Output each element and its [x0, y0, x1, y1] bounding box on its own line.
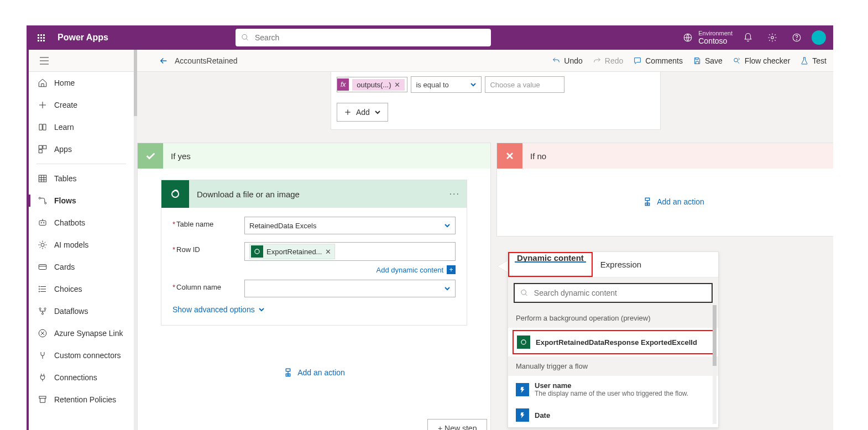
- svg-point-57: [521, 340, 526, 344]
- row-id-input[interactable]: ExportRetained... ✕: [244, 242, 456, 261]
- sidebar-item-custom-connectors[interactable]: Custom connectors: [29, 344, 134, 366]
- dynamic-content-search-input[interactable]: [534, 289, 706, 297]
- svg-point-5: [797, 39, 797, 40]
- dc-item-date[interactable]: Date: [508, 403, 718, 427]
- settings-button[interactable]: [760, 25, 785, 50]
- popout-scrollbar[interactable]: [713, 305, 717, 424]
- new-step-button[interactable]: + New step: [427, 419, 487, 430]
- sidebar-item-choices[interactable]: Choices: [29, 278, 134, 300]
- search-input[interactable]: [255, 33, 485, 42]
- waffle-menu[interactable]: [29, 25, 53, 50]
- chatbot-icon: [38, 218, 48, 228]
- sidebar-item-retention[interactable]: Retention Policies: [29, 389, 134, 411]
- condition-add-button[interactable]: Add: [337, 103, 388, 122]
- top-bar: Power Apps Environment Contoso: [29, 25, 833, 50]
- test-button[interactable]: Test: [800, 56, 827, 65]
- popout-pointer: [498, 261, 508, 272]
- card-icon: [38, 262, 48, 272]
- if-no-add-action-button[interactable]: Add an action: [497, 169, 833, 235]
- sidebar-item-ai-models[interactable]: AI models: [29, 234, 134, 256]
- svg-rect-12: [39, 145, 42, 149]
- token-remove-icon[interactable]: ✕: [325, 248, 331, 256]
- sidebar-item-tables[interactable]: Tables: [29, 167, 134, 190]
- chevron-down-icon: [258, 306, 265, 313]
- flow-checker-button[interactable]: Flow checker: [733, 56, 790, 65]
- download-action-header[interactable]: Download a file or an image ···: [161, 180, 467, 208]
- svg-point-21: [45, 202, 46, 204]
- sidebar-item-dataflows[interactable]: Dataflows: [29, 300, 134, 322]
- if-yes-branch: If yes Download a file or an image ··· *…: [137, 143, 491, 430]
- sidebar-item-connections[interactable]: Connections: [29, 366, 134, 389]
- svg-rect-27: [39, 265, 46, 270]
- condition-value-input[interactable]: Choose a value: [485, 76, 564, 93]
- fx-expression-chip[interactable]: outputs(...) ✕: [352, 79, 405, 91]
- if-no-header[interactable]: If no: [497, 143, 833, 169]
- save-label: Save: [705, 56, 723, 65]
- sidebar-item-chatbots[interactable]: Chatbots: [29, 212, 134, 234]
- show-advanced-options-link[interactable]: Show advanced options: [172, 305, 456, 314]
- dc-item-exported-excel-id[interactable]: ExportRetainedDataResponse ExportedExcel…: [514, 331, 713, 353]
- undo-button[interactable]: Undo: [552, 56, 582, 65]
- environment-label: Environment: [698, 30, 733, 36]
- if-yes-add-action-button[interactable]: Add an action: [138, 359, 490, 386]
- condition-left-operand[interactable]: fx outputs(...) ✕: [337, 77, 407, 92]
- help-button[interactable]: [785, 25, 809, 50]
- dc-item-user-name[interactable]: User name The display name of the user w…: [508, 376, 718, 403]
- dynamic-content-popout: Dynamic content Expression Perform a bac…: [508, 251, 719, 428]
- column-name-select[interactable]: [244, 280, 456, 297]
- sidebar-item-synapse[interactable]: Azure Synapse Link: [29, 322, 134, 344]
- chevron-down-icon: [374, 109, 381, 116]
- hamburger-button[interactable]: [35, 57, 53, 65]
- row-id-token[interactable]: ExportRetained... ✕: [249, 244, 335, 259]
- svg-point-36: [44, 308, 46, 310]
- add-action-icon: [283, 368, 293, 377]
- svg-point-3: [771, 36, 774, 39]
- if-no-branch: If no Add an action: [496, 143, 833, 237]
- undo-icon: [552, 56, 561, 65]
- help-icon: [792, 33, 802, 43]
- add-dynamic-content-link[interactable]: Add dynamic content +: [244, 265, 456, 274]
- redo-button[interactable]: Redo: [593, 56, 623, 65]
- table-name-select[interactable]: RetainedData Excels: [244, 217, 456, 234]
- connector-icon: [38, 350, 48, 360]
- condition-card: fx outputs(...) ✕ is equal to Choose a v…: [331, 72, 661, 130]
- condition-operator-select[interactable]: is equal to: [411, 76, 482, 93]
- sidebar-item-learn[interactable]: Learn: [29, 116, 134, 138]
- synapse-icon: [38, 328, 48, 338]
- account-button[interactable]: [809, 25, 833, 50]
- comments-button[interactable]: Comments: [633, 56, 683, 65]
- list-icon: [38, 284, 48, 294]
- sidebar-item-apps[interactable]: Apps: [29, 138, 134, 160]
- undo-label: Undo: [564, 56, 582, 65]
- trigger-icon: [516, 408, 529, 422]
- sidebar-item-create[interactable]: Create: [29, 94, 134, 116]
- dynamic-content-search[interactable]: [514, 283, 713, 303]
- action-more-button[interactable]: ···: [449, 189, 460, 199]
- global-search[interactable]: [236, 29, 491, 46]
- tab-dynamic-content[interactable]: Dynamic content: [509, 253, 592, 263]
- gear-icon: [767, 33, 777, 43]
- sidebar-item-home[interactable]: Home: [29, 72, 134, 94]
- notifications-button[interactable]: [736, 25, 760, 50]
- svg-rect-39: [39, 396, 46, 398]
- if-yes-header[interactable]: If yes: [138, 143, 490, 169]
- flow-canvas: fx outputs(...) ✕ is equal to Choose a v…: [137, 72, 833, 430]
- environment-picker[interactable]: Environment Contoso: [683, 30, 736, 45]
- save-button[interactable]: Save: [693, 56, 723, 65]
- save-icon: [693, 56, 702, 65]
- sidebar-item-flows[interactable]: Flows: [29, 190, 134, 212]
- svg-line-1: [246, 39, 248, 40]
- sidebar-item-cards[interactable]: Cards: [29, 256, 134, 278]
- plus-badge-icon: +: [447, 265, 456, 274]
- back-button[interactable]: [153, 56, 175, 66]
- chip-remove-icon[interactable]: ✕: [394, 81, 400, 89]
- x-icon: [504, 150, 515, 161]
- comments-label: Comments: [645, 56, 683, 65]
- svg-point-42: [255, 249, 259, 254]
- svg-point-20: [39, 197, 40, 199]
- command-bar: AccountsRetained Undo Redo Comments Save…: [29, 50, 833, 72]
- tab-expression[interactable]: Expression: [593, 252, 649, 277]
- apps-icon: [38, 144, 48, 154]
- dataverse-icon: [517, 335, 530, 349]
- redo-icon: [593, 56, 602, 65]
